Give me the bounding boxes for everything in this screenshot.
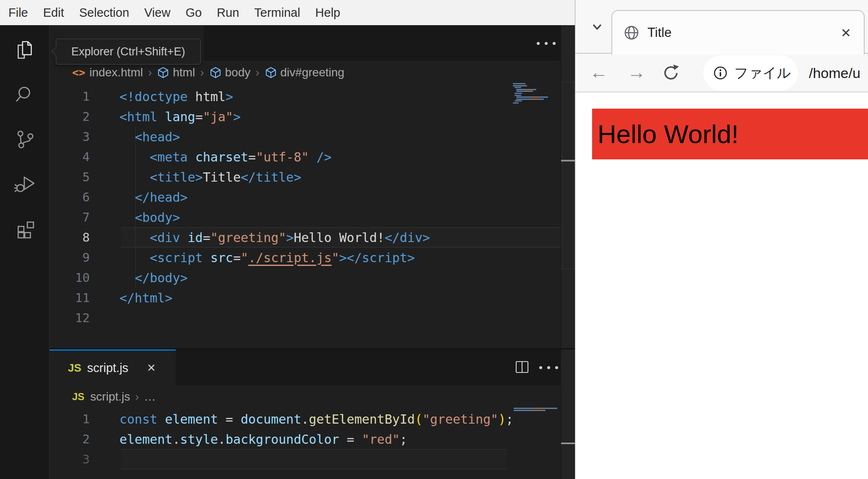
menu-bar: FileEditSelectionViewGoRunTerminalHelp bbox=[0, 0, 575, 25]
browser-toolbar: ← → ファイル /home/u bbox=[575, 55, 868, 92]
current-line-highlight bbox=[121, 227, 561, 247]
menu-view[interactable]: View bbox=[137, 0, 178, 25]
breadcrumb-item[interactable]: script.js bbox=[90, 390, 130, 404]
breadcrumb-separator: › bbox=[135, 390, 139, 404]
chevron-down-icon[interactable] bbox=[589, 18, 606, 35]
split-editor-icon[interactable] bbox=[514, 359, 530, 375]
code-line-5[interactable]: 5 <title>Title</title> bbox=[49, 167, 561, 187]
line-number: 12 bbox=[49, 311, 96, 325]
code-text: element.style.backgroundColor = "red"; bbox=[120, 432, 407, 447]
code-text: </body> bbox=[120, 271, 188, 285]
browser-content: Hello World! bbox=[575, 93, 868, 479]
code-line-6[interactable]: 6 </head> bbox=[49, 187, 561, 207]
line-number: 2 bbox=[49, 109, 96, 124]
menu-edit[interactable]: Edit bbox=[36, 0, 72, 25]
breadcrumb-item[interactable]: html bbox=[173, 66, 195, 79]
line-number: 6 bbox=[49, 190, 96, 204]
symbol-cube-icon bbox=[265, 66, 277, 79]
menu-selection[interactable]: Selection bbox=[72, 0, 137, 25]
more-actions-icon[interactable] bbox=[537, 42, 556, 45]
code-line-10[interactable]: 10 </body> bbox=[49, 268, 561, 288]
more-actions-icon[interactable] bbox=[539, 366, 558, 369]
code-line-8[interactable]: 8 <div id="greeting">Hello World!</div> bbox=[49, 227, 561, 247]
code-line-3[interactable]: 3 bbox=[49, 449, 507, 469]
browser-window: Title ✕ ← → ファ bbox=[575, 0, 868, 479]
code-line-4[interactable]: 4 <meta charset="utf-8" /> bbox=[49, 147, 561, 167]
code-line-2[interactable]: 2element.style.backgroundColor = "red"; bbox=[49, 429, 507, 449]
tab-bar-js: JS script.js ✕ bbox=[49, 349, 575, 385]
menu-help[interactable]: Help bbox=[308, 0, 348, 25]
breadcrumb-item[interactable]: index.html bbox=[89, 66, 143, 79]
search-icon[interactable] bbox=[14, 83, 36, 105]
line-number: 1 bbox=[49, 412, 96, 426]
run-debug-icon[interactable] bbox=[14, 172, 36, 194]
js-file-icon: JS bbox=[72, 391, 84, 403]
code-line-1[interactable]: 1<!doctype html> bbox=[49, 86, 561, 107]
code-editor-js[interactable]: 1const element = document.getElementById… bbox=[49, 409, 507, 469]
address-bar[interactable]: ファイル bbox=[703, 55, 798, 91]
scrollbar[interactable] bbox=[561, 25, 575, 348]
back-button[interactable]: ← bbox=[590, 55, 608, 91]
code-text: <meta charset="utf-8" /> bbox=[120, 150, 332, 164]
close-tab-icon[interactable]: ✕ bbox=[147, 362, 156, 375]
line-number: 3 bbox=[49, 130, 96, 144]
info-icon[interactable] bbox=[712, 65, 728, 81]
code-text: <title>Title</title> bbox=[120, 170, 301, 185]
cursor-position-marker bbox=[561, 443, 575, 444]
html-file-icon: <> bbox=[72, 66, 85, 79]
symbol-cube-icon bbox=[209, 66, 222, 79]
tab-script-js[interactable]: JS script.js ✕ bbox=[49, 349, 176, 385]
reload-button[interactable] bbox=[662, 64, 680, 82]
code-text: <html lang="ja"> bbox=[120, 109, 241, 124]
line-number: 1 bbox=[49, 89, 96, 104]
hello-text: Hello World! bbox=[592, 119, 739, 149]
code-text: </head> bbox=[120, 190, 188, 205]
extensions-icon[interactable] bbox=[14, 217, 36, 239]
line-number: 4 bbox=[49, 150, 96, 164]
breadcrumb-item[interactable]: div#greeting bbox=[281, 66, 345, 79]
file-scheme-chip: ファイル bbox=[734, 64, 791, 83]
code-line-2[interactable]: 2<html lang="ja"> bbox=[49, 107, 561, 127]
code-text: <!doctype html> bbox=[120, 89, 233, 104]
menu-go[interactable]: Go bbox=[178, 0, 209, 25]
code-text: </html> bbox=[120, 291, 172, 305]
breadcrumb: JSscript.js›… bbox=[49, 385, 575, 408]
menu-terminal[interactable]: Terminal bbox=[247, 0, 308, 25]
code-line-11[interactable]: 11</html> bbox=[49, 288, 561, 308]
breadcrumb-separator: › bbox=[200, 66, 204, 79]
url-text[interactable]: /home/u bbox=[809, 55, 868, 91]
breadcrumb-item[interactable]: … bbox=[144, 390, 156, 404]
breadcrumb-item[interactable]: body bbox=[225, 66, 251, 79]
line-number: 11 bbox=[49, 291, 96, 305]
js-file-icon: JS bbox=[68, 362, 81, 375]
browser-tab-title: Title bbox=[647, 25, 671, 40]
code-text: <body> bbox=[120, 210, 180, 225]
editor-area: <>index.html›html›body›div#greeting 1<!d… bbox=[49, 25, 575, 479]
code-line-1[interactable]: 1const element = document.getElementById… bbox=[49, 409, 507, 429]
line-number: 2 bbox=[49, 432, 96, 446]
symbol-cube-icon bbox=[157, 66, 169, 79]
code-text: const element = document.getElementById(… bbox=[120, 412, 513, 427]
vscode-window: FileEditSelectionViewGoRunTerminalHelp <… bbox=[0, 0, 575, 479]
forward-button[interactable]: → bbox=[627, 55, 646, 91]
code-line-9[interactable]: 9 <script src="./script.js"></script> bbox=[49, 247, 561, 268]
close-tab-icon[interactable]: ✕ bbox=[841, 26, 851, 40]
globe-icon bbox=[623, 24, 640, 41]
explorer-icon[interactable] bbox=[14, 39, 36, 61]
code-line-7[interactable]: 7 <body> bbox=[49, 207, 561, 227]
minimap[interactable] bbox=[513, 83, 559, 104]
code-line-3[interactable]: 3 <head> bbox=[49, 127, 561, 147]
code-line-12[interactable]: 12 bbox=[49, 308, 561, 328]
menu-run[interactable]: Run bbox=[209, 0, 247, 25]
line-number: 10 bbox=[49, 271, 96, 285]
browser-tab-strip: Title ✕ bbox=[575, 0, 868, 54]
scrollbar[interactable] bbox=[561, 349, 575, 479]
minimap[interactable] bbox=[514, 408, 560, 411]
menu-file[interactable]: File bbox=[1, 0, 36, 25]
line-number: 8 bbox=[49, 230, 96, 245]
cursor-position-marker bbox=[561, 160, 575, 161]
source-control-icon[interactable] bbox=[14, 128, 36, 150]
browser-tab[interactable]: Title ✕ bbox=[611, 10, 865, 55]
code-editor-html[interactable]: 1<!doctype html>2<html lang="ja">3 <head… bbox=[49, 86, 561, 328]
explorer-tooltip: Explorer (Ctrl+Shift+E) bbox=[56, 39, 201, 65]
